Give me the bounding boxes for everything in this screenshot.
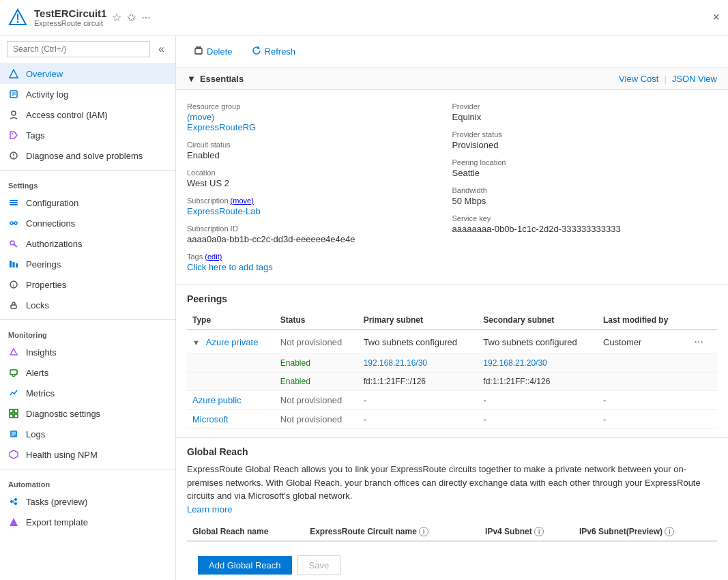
sidebar-label-activity-log: Activity log: [26, 89, 68, 100]
sidebar-item-tags[interactable]: Tags: [0, 125, 175, 145]
essentials-grid: Resource group (move) ExpressRouteRG Cir…: [176, 90, 728, 285]
search-input[interactable]: [7, 41, 150, 57]
top-bar-actions: ☆ ✩ ···: [112, 11, 150, 24]
sidebar-item-diagnostic-settings[interactable]: Diagnostic settings: [0, 403, 175, 424]
essentials-resource-group: Resource group (move) ExpressRouteRG: [187, 98, 452, 136]
sidebar-item-overview[interactable]: Overview: [0, 63, 175, 84]
sidebar-label-export-template: Export template: [26, 517, 88, 527]
sidebar-item-diagnose[interactable]: Diagnose and solve problems: [0, 145, 175, 166]
microsoft-link[interactable]: Microsoft: [192, 414, 229, 424]
sub-row-2-status: Enabled: [275, 373, 358, 391]
sidebar-item-authorizations[interactable]: Authorizations: [0, 233, 175, 254]
toolbar: Delete Refresh: [176, 35, 728, 68]
collapse-sidebar-button[interactable]: «: [154, 41, 169, 57]
azure-private-more-button[interactable]: ···: [690, 334, 708, 349]
sidebar-item-alerts[interactable]: Alerts: [0, 362, 175, 383]
sidebar-label-tags: Tags: [26, 130, 44, 141]
azure-public-link[interactable]: Azure public: [192, 395, 242, 405]
export-icon: [8, 517, 19, 527]
essentials-links: View Cost | JSON View: [619, 74, 717, 84]
global-reach-actions: Add Global Reach Save: [187, 550, 717, 580]
svg-rect-13: [10, 200, 18, 201]
sidebar-item-configuration[interactable]: Configuration: [0, 192, 175, 213]
essentials-service-key: Service key aaaaaaaa-0b0b-1c1c-2d2d-3333…: [452, 210, 718, 238]
sidebar-item-properties[interactable]: i Properties: [0, 274, 175, 295]
ipv4-primary-link[interactable]: 192.168.21.16/30: [364, 358, 427, 368]
add-tags-link[interactable]: Click here to add tags: [187, 262, 273, 272]
more-icon[interactable]: ···: [141, 12, 150, 24]
auth-icon: [8, 238, 19, 249]
json-view-link[interactable]: JSON View: [672, 74, 717, 84]
col-modified: Last modified by: [598, 311, 685, 330]
sidebar-item-connections[interactable]: Connections: [0, 213, 175, 233]
sidebar-label-tasks: Tasks (preview): [26, 497, 87, 507]
col-secondary: Secondary subnet: [478, 311, 598, 330]
delete-button[interactable]: Delete: [187, 42, 239, 61]
sidebar-label-diagnose: Diagnose and solve problems: [26, 151, 143, 161]
alerts-icon: [8, 367, 19, 378]
close-button[interactable]: ×: [712, 10, 720, 25]
sidebar-item-iam[interactable]: Access control (IAM): [0, 104, 175, 125]
sidebar-item-logs[interactable]: Logs: [0, 424, 175, 444]
metrics-icon: [8, 388, 19, 398]
svg-rect-14: [10, 202, 18, 203]
essentials-title-label: Essentials: [200, 74, 244, 84]
svg-rect-23: [16, 263, 18, 267]
rg-link[interactable]: ExpressRouteRG: [187, 122, 256, 132]
essentials-left: Resource group (move) ExpressRouteRG Cir…: [187, 98, 452, 276]
refresh-button[interactable]: Refresh: [245, 42, 303, 61]
sidebar-item-locks[interactable]: Locks: [0, 295, 175, 315]
essentials-provider-status: Provider status Provisioned: [452, 126, 718, 154]
edit-tags-link[interactable]: (edit): [205, 252, 222, 261]
col-actions: [685, 311, 717, 330]
sidebar-search-container: «: [0, 35, 175, 63]
collapse-essentials-icon[interactable]: ▼: [187, 74, 196, 84]
sidebar-item-activity-log[interactable]: Activity log: [0, 84, 175, 104]
svg-point-16: [10, 222, 13, 224]
essentials-subscription: Subscription (move) ExpressRoute-Lab: [187, 192, 452, 220]
sidebar-item-insights[interactable]: Insights: [0, 342, 175, 362]
sidebar-section-settings: Settings: [0, 175, 175, 192]
main-layout: « Overview Activity log Access control (…: [0, 35, 728, 580]
svg-point-9: [12, 133, 13, 134]
azure-private-link[interactable]: Azure private: [206, 337, 259, 347]
microsoft-primary: -: [358, 410, 478, 429]
ipv4-info-icon: i: [534, 527, 544, 536]
sidebar-item-metrics[interactable]: Metrics: [0, 383, 175, 403]
view-cost-link[interactable]: View Cost: [619, 74, 658, 84]
pin-icon[interactable]: ☆: [112, 11, 121, 24]
sidebar-item-export-template[interactable]: Export template: [0, 512, 175, 532]
essentials-header: ▼ Essentials View Cost | JSON View: [176, 68, 728, 90]
azure-private-primary: Two subnets configured: [358, 330, 478, 354]
sub-row-2-secondary: fd:1:1:21FF::4/126: [478, 373, 598, 391]
table-row: Enabled 192.168.21.16/30 192.168.21.20/3…: [187, 354, 717, 373]
azure-private-status: Not provisioned: [275, 330, 358, 354]
learn-more-link[interactable]: Learn more: [187, 504, 232, 514]
svg-point-38: [10, 500, 13, 503]
ipv4-secondary-link[interactable]: 192.168.21.20/30: [483, 358, 547, 368]
microsoft-status: Not provisioned: [275, 410, 358, 429]
sidebar-item-health-npm[interactable]: Health using NPM: [0, 444, 175, 465]
save-button[interactable]: Save: [297, 555, 341, 575]
sidebar-label-health: Health using NPM: [26, 450, 98, 460]
sub-row-2-primary: fd:1:1:21FF::/126: [358, 373, 478, 391]
star-icon[interactable]: ✩: [127, 11, 136, 24]
sidebar-section-monitoring: Monitoring: [0, 324, 175, 342]
sidebar-label-logs: Logs: [26, 429, 45, 439]
diag-settings-icon: [8, 408, 19, 419]
sidebar-item-tasks[interactable]: Tasks (preview): [0, 491, 175, 512]
essentials-bandwidth: Bandwidth 50 Mbps: [452, 182, 718, 210]
subscription-link[interactable]: ExpressRoute-Lab: [187, 206, 261, 216]
svg-line-20: [14, 244, 17, 247]
move-sub-link[interactable]: (move): [231, 197, 254, 205]
peering-type-cell: ▼ Azure private: [187, 330, 275, 354]
sidebar-label-authorizations: Authorizations: [26, 239, 82, 249]
sidebar-item-peerings[interactable]: Peerings: [0, 254, 175, 274]
move-rg-link[interactable]: (move): [187, 112, 214, 122]
expand-chevron[interactable]: ▼: [192, 338, 200, 347]
col-status: Status: [275, 311, 358, 330]
sidebar: « Overview Activity log Access control (…: [0, 35, 176, 580]
add-global-reach-button[interactable]: Add Global Reach: [198, 556, 292, 575]
circuit-info-icon: i: [419, 527, 428, 536]
sidebar-label-locks: Locks: [26, 300, 49, 310]
